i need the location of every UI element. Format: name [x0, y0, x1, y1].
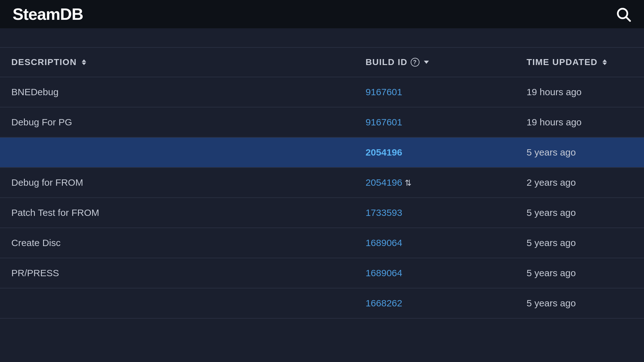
buildid-link[interactable]: 1689064: [365, 238, 402, 248]
buildid-link[interactable]: 2054196: [365, 177, 402, 188]
cell-description: Create Disc: [0, 228, 354, 258]
cell-timeupdated: 19 hours ago: [515, 107, 644, 137]
cell-description: Debug for FROM: [0, 167, 354, 198]
app-header: SteamDB: [0, 0, 644, 28]
cell-description: BNEDebug: [0, 77, 354, 107]
buildid-change-icon: ⇅: [405, 178, 412, 188]
cell-buildid[interactable]: 9167601: [354, 107, 515, 137]
cell-description: Patch Test for FROM: [0, 198, 354, 228]
table-row[interactable]: Debug for FROM2054196⇅2 years ago: [0, 167, 644, 198]
cell-timeupdated: 5 years ago: [515, 258, 644, 288]
cell-buildid[interactable]: 1689064: [354, 258, 515, 288]
cell-buildid[interactable]: 1733593: [354, 198, 515, 228]
cell-buildid[interactable]: 9167601: [354, 77, 515, 107]
builds-table: DESCRIPTION BUILD ID ?: [0, 47, 644, 319]
sort-arrow-down-timeupdated: [602, 63, 607, 65]
table-row[interactable]: PR/PRESS16890645 years ago: [0, 258, 644, 288]
cell-timeupdated: 19 hours ago: [515, 77, 644, 107]
cell-timeupdated: 5 years ago: [515, 228, 644, 258]
buildid-link[interactable]: 1733593: [365, 207, 402, 218]
app-logo: SteamDB: [13, 5, 83, 24]
table-row[interactable]: Debug For PG916760119 hours ago: [0, 107, 644, 137]
table-header-row: DESCRIPTION BUILD ID ?: [0, 47, 644, 77]
buildid-link[interactable]: 2054196: [365, 147, 402, 157]
buildid-help-icon[interactable]: ?: [411, 58, 419, 67]
table-row[interactable]: Patch Test for FROM17335935 years ago: [0, 198, 644, 228]
column-header-buildid[interactable]: BUILD ID ?: [354, 47, 515, 77]
cell-timeupdated: 5 years ago: [515, 198, 644, 228]
buildid-link[interactable]: 1668262: [365, 298, 402, 308]
sort-arrow-up-timeupdated: [602, 59, 607, 62]
cell-buildid[interactable]: 2054196⇅: [354, 167, 515, 198]
cell-timeupdated: 5 years ago: [515, 288, 644, 318]
table-row[interactable]: BNEDebug916760119 hours ago: [0, 77, 644, 107]
cell-timeupdated: 5 years ago: [515, 137, 644, 167]
cell-timeupdated: 2 years ago: [515, 167, 644, 198]
table-row[interactable]: Create Disc16890645 years ago: [0, 228, 644, 258]
buildid-link[interactable]: 9167601: [365, 117, 402, 127]
svg-line-1: [626, 17, 630, 21]
sort-arrow-down-description: [82, 63, 86, 65]
column-header-description[interactable]: DESCRIPTION: [0, 47, 354, 77]
table-body: BNEDebug916760119 hours agoDebug For PG9…: [0, 77, 644, 318]
sort-arrows-timeupdated: [602, 59, 607, 65]
cell-description: PR/PRESS: [0, 258, 354, 288]
sort-arrows-description: [82, 59, 86, 65]
cell-description: [0, 288, 354, 318]
buildid-dropdown-arrow: [424, 61, 429, 64]
search-icon: [615, 6, 631, 22]
sort-arrow-up-description: [82, 59, 86, 62]
table-row[interactable]: 20541965 years ago: [0, 137, 644, 167]
column-header-timeupdated[interactable]: TIME UPDATED: [515, 47, 644, 77]
cell-buildid[interactable]: 2054196: [354, 137, 515, 167]
cell-description: Debug For PG: [0, 107, 354, 137]
search-button[interactable]: [615, 6, 631, 22]
spacer: [0, 28, 644, 47]
buildid-link[interactable]: 1689064: [365, 268, 402, 278]
table-row[interactable]: 16682625 years ago: [0, 288, 644, 318]
cell-description: [0, 137, 354, 167]
builds-table-container: DESCRIPTION BUILD ID ?: [0, 47, 644, 319]
cell-buildid[interactable]: 1668262: [354, 288, 515, 318]
cell-buildid[interactable]: 1689064: [354, 228, 515, 258]
buildid-link[interactable]: 9167601: [365, 87, 402, 97]
